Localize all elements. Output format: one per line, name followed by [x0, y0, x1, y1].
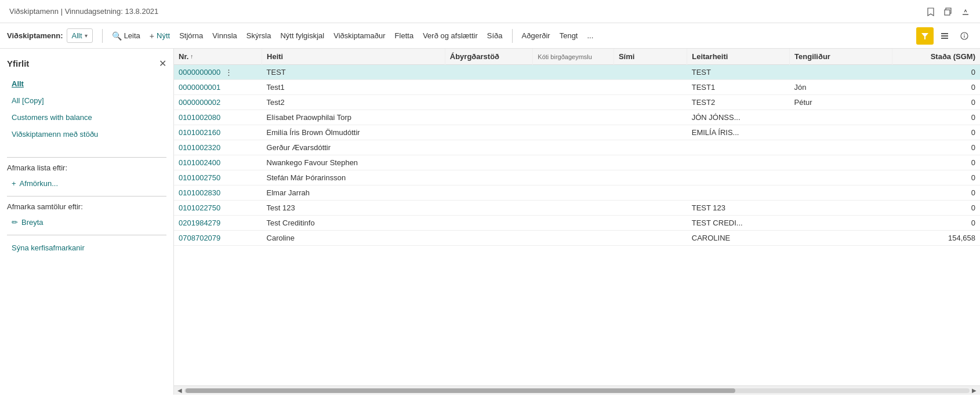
total-action-button[interactable]: ✏ Breyta	[7, 216, 166, 229]
filter-dropdown-button[interactable]: Allt ▾	[67, 28, 93, 43]
svg-rect-6	[941, 38, 948, 39]
col-tengiliður[interactable]: Tengiliður	[790, 49, 892, 65]
system-filters-link[interactable]: Sýna kerfisafmarkanir	[7, 241, 166, 254]
plus-icon: +	[150, 31, 154, 41]
nr-link[interactable]: 0101022750	[179, 203, 220, 212]
nr-link[interactable]: 0101002750	[179, 173, 220, 182]
cell-tengiliður: Pétur	[790, 95, 892, 110]
cell-koti	[533, 95, 614, 110]
cell-nr: 0101022750	[174, 201, 262, 216]
search-button[interactable]: 🔍 Leita	[107, 29, 145, 43]
sidebar-header: Yfirlit ✕	[7, 58, 166, 69]
sidebar-item-all-label: Allt	[12, 79, 24, 88]
horizontal-scrollbar[interactable]: ◀ ▶	[174, 385, 980, 395]
price-discount-button[interactable]: Verð og afslættir	[418, 29, 482, 42]
new-doc-button[interactable]: Nýtt fylgiskjal	[275, 29, 329, 42]
navigate-button[interactable]: Fletta	[390, 29, 419, 42]
cell-abyrgd	[445, 110, 533, 125]
cell-tengiliður	[790, 216, 892, 231]
scroll-left-arrow[interactable]: ◀	[175, 387, 184, 394]
cell-stada: 0	[892, 170, 980, 185]
cell-koti	[533, 201, 614, 216]
cell-heiti: Caroline	[262, 231, 445, 246]
cell-abyrgd	[445, 231, 533, 246]
cell-abyrgd	[445, 155, 533, 170]
toolbar: Viðskiptamenn: Allt ▾ 🔍 Leita + Nýtt Stj…	[0, 23, 980, 49]
table-body: 0000000000 ⋮TESTTEST00000000001Test1TEST…	[174, 65, 980, 246]
nr-link[interactable]: 0708702079	[179, 234, 220, 242]
cell-stada: 0	[892, 201, 980, 216]
col-simi[interactable]: Sími	[614, 49, 687, 65]
cell-koti	[533, 110, 614, 125]
nr-link[interactable]: 0101002830	[179, 188, 220, 197]
cell-koti	[533, 140, 614, 155]
sidebar-item-all-copy[interactable]: All [Copy] ⋮	[7, 93, 166, 108]
restore-icon[interactable]	[943, 6, 953, 17]
actions-button[interactable]: Aðgerðir	[517, 29, 555, 42]
sidebar-item-with-status[interactable]: Viðskiptamenn með stöðu ⋮	[7, 126, 166, 142]
cell-koti	[533, 65, 614, 80]
list-view-button[interactable]	[936, 27, 953, 45]
sidebar-close-button[interactable]: ✕	[159, 58, 166, 69]
sort-asc-icon: ↑	[190, 53, 193, 60]
row-context-menu[interactable]: ⋮	[220, 68, 235, 77]
toolbar-separator-2	[512, 29, 513, 43]
table-wrapper[interactable]: Nr. ↑ Heiti Ábyrgðarstöð Kóti birgðageym…	[174, 49, 980, 385]
cell-simi	[614, 155, 687, 170]
cell-abyrgd	[445, 170, 533, 185]
cell-heiti: Nwankego Favour Stephen	[262, 155, 445, 170]
sidebar-item-all[interactable]: Allt ⋮	[7, 76, 166, 92]
process-button[interactable]: Vinnsla	[208, 29, 241, 42]
cell-nr: 0000000000 ⋮	[174, 65, 262, 80]
sidebar-nav: Allt ⋮ All [Copy] ⋮ Customers with balan…	[7, 76, 166, 142]
cell-leitarheiti	[687, 155, 790, 170]
filter-action-button[interactable]: + Afmörkun...	[7, 177, 166, 190]
cell-leitarheiti: TEST1	[687, 80, 790, 95]
cell-tengiliður	[790, 110, 892, 125]
scroll-track[interactable]	[184, 388, 970, 393]
page-button[interactable]: Síða	[482, 29, 507, 42]
cell-leitarheiti	[687, 185, 790, 201]
col-stada[interactable]: Staða (SGM)	[892, 49, 980, 65]
col-heiti[interactable]: Heiti	[262, 49, 445, 65]
col-koti[interactable]: Kóti birgðageymslu	[533, 49, 614, 65]
col-abyrgd[interactable]: Ábyrgðarstöð	[445, 49, 533, 65]
customers-table: Nr. ↑ Heiti Ábyrgðarstöð Kóti birgðageym…	[174, 49, 980, 246]
manage-button[interactable]: Stjórna	[175, 29, 208, 42]
new-button[interactable]: + Nýtt	[145, 29, 175, 43]
connected-button[interactable]: Tengt	[555, 29, 583, 42]
cell-simi	[614, 185, 687, 201]
nr-link[interactable]: 0000000001	[179, 83, 220, 92]
scroll-right-arrow[interactable]: ▶	[970, 387, 979, 394]
nr-link[interactable]: 0101002160	[179, 128, 220, 137]
bookmark-icon[interactable]	[925, 6, 936, 17]
cell-tengiliður	[790, 231, 892, 246]
cell-stada: 0	[892, 95, 980, 110]
col-leitarheiti[interactable]: Leitarheiti	[687, 49, 790, 65]
scroll-thumb[interactable]	[186, 388, 735, 393]
sidebar-item-customers-balance[interactable]: Customers with balance ⋮	[7, 110, 166, 125]
table-row: 0000000002Test2TEST2Pétur0	[174, 95, 980, 110]
customer-button[interactable]: Viðskiptamaður	[329, 29, 390, 42]
search-icon: 🔍	[112, 31, 122, 41]
filter-toggle-button[interactable]	[916, 27, 934, 45]
cell-abyrgd	[445, 65, 533, 80]
cell-abyrgd	[445, 125, 533, 140]
info-button[interactable]	[956, 27, 973, 45]
nr-link[interactable]: 0101002400	[179, 158, 220, 167]
total-action-label: Breyta	[21, 218, 43, 227]
toolbar-separator-1	[102, 29, 103, 43]
nr-link[interactable]: 0201984279	[179, 219, 220, 227]
nr-link[interactable]: 0000000002	[179, 98, 220, 107]
report-button[interactable]: Skýrsla	[242, 29, 276, 42]
filter-section-label: Afmarka lista eftir:	[7, 163, 166, 172]
col-nr[interactable]: Nr. ↑	[174, 49, 262, 65]
nr-link[interactable]: 0000000000	[179, 68, 220, 77]
table-row: 0000000001Test1TEST1Jón0	[174, 80, 980, 95]
cell-simi	[614, 65, 687, 80]
nr-link[interactable]: 0101002080	[179, 113, 220, 122]
cell-tengiliður	[790, 201, 892, 216]
more-button[interactable]: ...	[582, 29, 598, 42]
nr-link[interactable]: 0101002320	[179, 143, 220, 152]
minimize-icon[interactable]	[960, 6, 971, 17]
